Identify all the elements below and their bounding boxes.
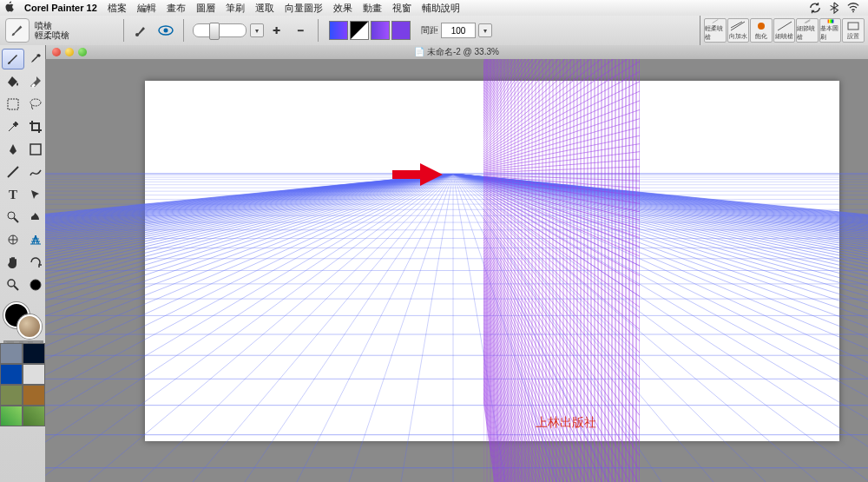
window-controls bbox=[52, 48, 87, 56]
close-button[interactable] bbox=[52, 48, 61, 56]
divider bbox=[318, 19, 319, 42]
tool-marquee[interactable] bbox=[2, 94, 24, 115]
tool-brush[interactable] bbox=[2, 49, 24, 69]
tool-clone[interactable] bbox=[2, 229, 24, 250]
svg-rect-6 bbox=[848, 23, 858, 30]
brush-variant-label: 輕柔噴槍 bbox=[35, 30, 69, 40]
svg-point-3 bbox=[164, 29, 168, 33]
swatch[interactable] bbox=[23, 343, 45, 364]
tracker-btn-5[interactable]: 基本圖刷 bbox=[819, 18, 842, 43]
swatch[interactable] bbox=[23, 364, 45, 385]
tool-pen[interactable] bbox=[2, 139, 24, 160]
spacing-dropdown[interactable]: ▾ bbox=[478, 23, 492, 37]
gradient-swatch-1[interactable] bbox=[329, 21, 348, 40]
menu-canvas[interactable]: 畫布 bbox=[161, 2, 191, 15]
divider bbox=[123, 19, 124, 42]
tool-perspective-grid[interactable] bbox=[24, 229, 47, 250]
app-name[interactable]: Corel Painter 12 bbox=[19, 3, 102, 13]
menu-brushes[interactable]: 筆刷 bbox=[220, 2, 250, 15]
tool-crop[interactable] bbox=[24, 116, 47, 137]
tool-dodge[interactable] bbox=[2, 207, 24, 228]
swatch[interactable] bbox=[0, 343, 23, 364]
size-dropdown[interactable]: ▾ bbox=[250, 23, 264, 37]
svg-point-4 bbox=[758, 23, 765, 30]
tool-pointer[interactable] bbox=[24, 184, 47, 205]
size-shrink-icon[interactable]: ━ bbox=[290, 20, 311, 41]
svg-point-16 bbox=[8, 280, 15, 287]
gradient-swatch-4[interactable] bbox=[391, 21, 411, 40]
tracker-btn-2[interactable]: 飽化 bbox=[750, 18, 773, 43]
swatch[interactable] bbox=[0, 364, 23, 385]
menu-effects[interactable]: 效果 bbox=[328, 2, 358, 15]
size-step-icon[interactable]: ✚ bbox=[266, 20, 286, 41]
menu-edit[interactable]: 編輯 bbox=[132, 2, 161, 15]
tool-magnifier[interactable] bbox=[2, 274, 24, 295]
tracker-btn-0[interactable]: 輕柔噴槍 bbox=[704, 18, 727, 43]
brush-search-icon[interactable] bbox=[131, 20, 152, 41]
menu-file[interactable]: 檔案 bbox=[102, 2, 132, 15]
document-title: 📄 未命名-2 @ 33.3% bbox=[414, 46, 499, 58]
brush-ghost-icon[interactable] bbox=[155, 20, 176, 41]
tool-shape[interactable] bbox=[24, 139, 47, 160]
tool-freehand[interactable] bbox=[24, 162, 47, 182]
svg-rect-5 bbox=[827, 19, 833, 23]
spacing-label: 間距 bbox=[421, 24, 438, 36]
swatch[interactable] bbox=[23, 385, 45, 406]
annotation-arrow bbox=[392, 162, 444, 188]
document-tab-strip: 📄 未命名-2 @ 33.3% bbox=[45, 45, 868, 60]
tool-color-picker[interactable] bbox=[24, 274, 47, 295]
document-canvas[interactable] bbox=[145, 81, 839, 441]
swatch[interactable] bbox=[0, 385, 23, 406]
svg-point-1 bbox=[135, 33, 139, 36]
tool-magic-wand[interactable] bbox=[2, 116, 24, 137]
size-slider[interactable] bbox=[193, 23, 247, 37]
brush-tracking-panel: 輕柔噴槍 向加水 飽化 細噴槍 細節噴槍 基本圖刷 設置 bbox=[700, 16, 868, 45]
tool-lasso[interactable] bbox=[24, 94, 47, 115]
minimize-button[interactable] bbox=[65, 48, 74, 56]
menu-window[interactable]: 視窗 bbox=[387, 2, 417, 15]
menu-shapes[interactable]: 向量圖形 bbox=[279, 2, 328, 15]
gradient-swatch-2[interactable] bbox=[350, 21, 369, 40]
svg-point-11 bbox=[8, 212, 15, 219]
brush-thumb-icon bbox=[5, 18, 30, 43]
svg-line-12 bbox=[14, 218, 18, 222]
spacing-control: 間距 ▾ bbox=[421, 23, 492, 38]
menu-help[interactable]: 輔助說明 bbox=[417, 2, 465, 15]
svg-point-18 bbox=[30, 280, 41, 290]
swatch[interactable] bbox=[23, 406, 45, 426]
tool-line[interactable] bbox=[2, 162, 24, 182]
tracker-btn-3[interactable]: 細噴槍 bbox=[773, 18, 796, 43]
tool-text[interactable]: T bbox=[2, 184, 24, 205]
tool-dropper[interactable] bbox=[24, 49, 47, 69]
svg-rect-9 bbox=[30, 144, 41, 155]
tracker-btn-6[interactable]: 設置 bbox=[842, 18, 865, 43]
wifi-icon[interactable] bbox=[847, 2, 859, 14]
brush-category-label: 噴槍 bbox=[35, 21, 69, 30]
brush-selector[interactable]: 噴槍 輕柔噴槍 bbox=[5, 18, 118, 43]
tool-eraser[interactable] bbox=[24, 71, 47, 92]
color-wells bbox=[0, 302, 45, 337]
spacing-input[interactable] bbox=[441, 23, 476, 38]
apple-menu[interactable] bbox=[0, 1, 19, 15]
menu-select[interactable]: 選取 bbox=[250, 2, 279, 15]
tool-burn[interactable] bbox=[24, 207, 47, 228]
menu-movie[interactable]: 動畫 bbox=[358, 2, 387, 15]
bluetooth-icon[interactable] bbox=[828, 2, 840, 14]
tracker-btn-4[interactable]: 細節噴槍 bbox=[796, 18, 819, 43]
tool-rotate[interactable] bbox=[24, 252, 47, 273]
menu-layers[interactable]: 圖層 bbox=[191, 2, 220, 15]
tool-paint-bucket[interactable] bbox=[2, 71, 24, 92]
canvas-area: 上林出版社 bbox=[45, 59, 868, 482]
gradient-swatches bbox=[329, 21, 411, 40]
svg-rect-7 bbox=[8, 99, 18, 109]
tool-hand[interactable] bbox=[2, 252, 24, 273]
zoom-button[interactable] bbox=[78, 48, 87, 56]
gradient-swatch-3[interactable] bbox=[371, 21, 390, 40]
swatch[interactable] bbox=[0, 406, 23, 426]
svg-point-8 bbox=[30, 99, 41, 106]
svg-line-17 bbox=[14, 286, 18, 290]
additional-color-well[interactable] bbox=[17, 314, 42, 339]
tracker-btn-1[interactable]: 向加水 bbox=[727, 18, 750, 43]
divider bbox=[183, 19, 184, 42]
sync-icon[interactable] bbox=[809, 2, 821, 14]
